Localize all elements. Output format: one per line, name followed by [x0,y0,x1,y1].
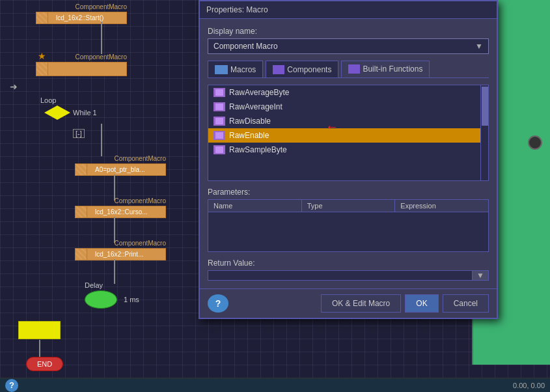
while-diamond [44,105,70,120]
function-name-1: RawAverageInt [229,102,282,111]
macro-text-1: lcd_16x2::Start() [56,14,103,21]
component-macro-start[interactable]: ComponentMacro lcd_16x2::Start() [36,3,127,24]
tabs-row: Macros Components Built-in Functions [208,61,489,78]
loop-label: Loop [40,96,56,104]
dialog-buttons: ? OK & Edit Macro OK Cancel [200,288,497,318]
display-name-dropdown-arrow: ▼ [475,42,483,51]
hatch-left-1 [36,12,48,23]
macro-text-cursor: lcd_16x2::Curso... [95,208,148,216]
properties-dialog: Properties: Macro Display name: Componen… [199,0,498,319]
connector-1 [101,21,102,54]
dialog-content: Display name: Component Macro ▼ Macros C… [200,19,497,288]
connector-3 [114,175,115,201]
functions-list-scrollbar[interactable] [480,85,488,180]
display-name-value: Component Macro [213,42,278,51]
display-name-input[interactable]: Component Macro ▼ [208,38,489,54]
macro-block-a0[interactable]: A0=pot_ptr_bla... [75,163,166,176]
params-col-expression: Expression [395,200,488,212]
hatch-left-a0 [76,164,87,175]
function-item-raw-enable[interactable]: RawEnable [208,128,480,143]
function-item-raw-average-int[interactable]: RawAverageInt [208,100,480,114]
func-icon-2 [213,117,225,126]
status-bar: ? 0.00, 0.00 [0,378,550,392]
params-header: Name Type Expression [208,200,488,212]
component-macro-cursor[interactable]: ComponentMacro lcd_16x2::Curso... [75,197,166,218]
connector-5 [114,259,115,284]
coordinates-display: 0.00, 0.00 [513,382,545,389]
delay-block[interactable]: Delay 1 ms [85,281,139,309]
ok-edit-button[interactable]: OK & Edit Macro [321,294,401,313]
macro-label-a0: ComponentMacro [112,155,166,162]
tab-macros[interactable]: Macros [208,61,263,77]
help-button[interactable]: ? [208,294,228,313]
red-arrow-container: ← [325,119,338,134]
function-name-4: RawSampleByte [229,145,287,154]
scroll-thumb [482,87,488,126]
macro-text-print: lcd_16x2::Print... [95,251,143,258]
tab-macros-label: Macros [230,65,256,74]
red-arrow-icon: ← [325,119,338,134]
arrow-right: ➜ [10,81,18,92]
function-name-0: RawAverageByte [229,88,290,97]
return-value-input[interactable] [208,270,473,281]
connector-4 [114,217,115,243]
function-name-2: RawDisable [229,117,271,126]
component-macro-print[interactable]: ComponentMacro lcd_16x2::Print... [75,240,166,260]
delay-ms: 1 ms [124,296,139,303]
function-item-raw-average-byte[interactable]: RawAverageByte [208,85,480,100]
params-body [208,212,488,251]
macro-block-cursor[interactable]: lcd_16x2::Curso... [75,206,166,218]
tab-components-label: Components [287,65,331,74]
macro-block-1[interactable]: lcd_16x2::Start() [36,12,127,24]
macro-label-2: ComponentMacro [73,53,127,61]
parameters-label: Parameters: [208,188,489,197]
connector-2 [101,124,102,156]
hatch-left-print [76,249,87,260]
collapse-indicator[interactable]: [-] [73,129,85,138]
ok-button[interactable]: OK [405,294,438,313]
params-col-type: Type [302,200,396,212]
while-block[interactable]: While 1 [44,105,97,120]
components-tab-icon [273,65,284,74]
connector-6 [39,340,40,358]
params-col-name: Name [208,200,302,212]
functions-list[interactable]: RawAverageByte RawAverageInt RawDisable … [208,85,480,180]
return-input-row: ▼ [208,270,489,281]
dark-circle [528,135,542,150]
tab-components[interactable]: Components [266,61,338,77]
display-name-label: Display name: [208,27,489,36]
function-item-raw-sample-byte[interactable]: RawSampleByte [208,143,480,157]
macro-text-a0: A0=pot_ptr_bla... [95,166,144,173]
return-value-section: Return Value: ▼ [208,259,489,281]
macro-block-print[interactable]: lcd_16x2::Print... [75,248,166,260]
parameters-table: Name Type Expression [208,199,489,252]
dialog-title: Properties: Macro [206,5,268,14]
delay-oval [85,290,117,309]
delay-label: Delay [85,281,103,289]
status-help-button[interactable]: ? [5,379,18,392]
dialog-title-bar: Properties: Macro [200,1,497,19]
return-dropdown-button[interactable]: ▼ [473,270,489,281]
macro-label-print: ComponentMacro [112,240,166,247]
macros-tab-icon [215,65,228,74]
component-macro-a0[interactable]: ComponentMacro A0=pot_ptr_bla... [75,155,166,176]
cancel-button[interactable]: Cancel [443,294,489,313]
builtin-tab-icon [348,64,360,74]
end-block: END [26,357,63,371]
flow-diagram: ★ ComponentMacro lcd_16x2::Start() Compo… [0,0,202,371]
macro-label-cursor: ComponentMacro [112,197,166,204]
status-right: 0.00, 0.00 [513,382,545,389]
while-label: While 1 [73,109,97,117]
parameters-section: Parameters: Name Type Expression [208,188,489,252]
function-name-3: RawEnable [229,131,269,140]
function-item-raw-disable[interactable]: RawDisable [208,114,480,128]
yellow-block-top [18,321,61,339]
component-macro-2[interactable]: ComponentMacro [36,53,127,76]
func-icon-0 [213,88,225,97]
functions-area: RawAverageByte RawAverageInt RawDisable … [208,85,489,181]
return-value-label: Return Value: [208,259,489,268]
macro-block-2[interactable] [36,62,127,76]
func-icon-4 [213,145,225,154]
hatch-left-cursor [76,206,87,217]
tab-builtin-functions[interactable]: Built-in Functions [341,61,430,77]
